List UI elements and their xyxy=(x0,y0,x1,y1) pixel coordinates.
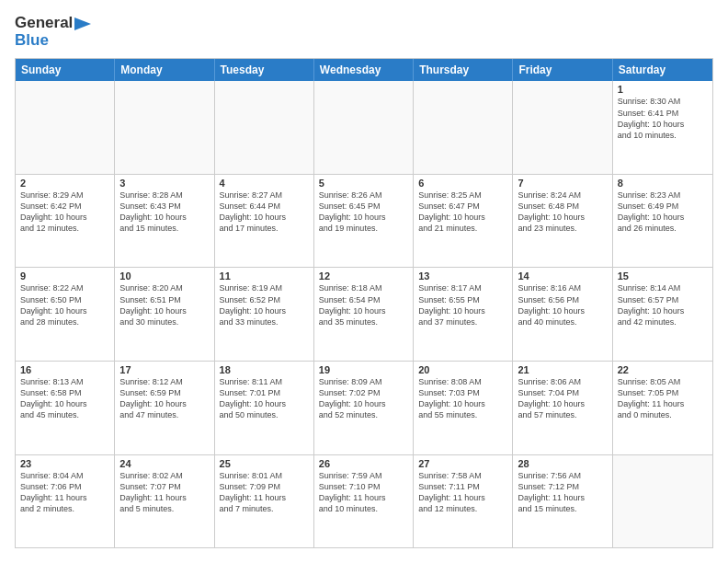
cell-info: Sunrise: 8:05 AM Sunset: 7:05 PM Dayligh… xyxy=(618,376,708,421)
logo-text: General Blue xyxy=(15,15,91,49)
calendar-cell: 27Sunrise: 7:58 AM Sunset: 7:11 PM Dayli… xyxy=(414,455,513,548)
cell-info: Sunrise: 7:59 AM Sunset: 7:10 PM Dayligh… xyxy=(319,470,408,515)
cell-info: Sunrise: 8:23 AM Sunset: 6:49 PM Dayligh… xyxy=(618,190,708,235)
calendar-cell: 12Sunrise: 8:18 AM Sunset: 6:54 PM Dayli… xyxy=(314,268,414,361)
day-number: 24 xyxy=(119,458,209,469)
page-header: General Blue xyxy=(15,15,713,49)
day-number: 5 xyxy=(319,178,408,189)
calendar-cell: 22Sunrise: 8:05 AM Sunset: 7:05 PM Dayli… xyxy=(613,362,712,454)
cell-info: Sunrise: 7:58 AM Sunset: 7:11 PM Dayligh… xyxy=(418,470,507,515)
calendar-cell: 19Sunrise: 8:09 AM Sunset: 7:02 PM Dayli… xyxy=(314,362,414,454)
day-number: 3 xyxy=(119,178,209,189)
calendar-cell: 6Sunrise: 8:25 AM Sunset: 6:47 PM Daylig… xyxy=(414,175,513,268)
cell-info: Sunrise: 8:19 AM Sunset: 6:52 PM Dayligh… xyxy=(220,282,309,327)
cell-info: Sunrise: 8:29 AM Sunset: 6:42 PM Dayligh… xyxy=(20,190,109,235)
calendar-cell: 28Sunrise: 7:56 AM Sunset: 7:12 PM Dayli… xyxy=(513,455,612,548)
calendar-cell: 13Sunrise: 8:17 AM Sunset: 6:55 PM Dayli… xyxy=(414,268,513,361)
day-number: 13 xyxy=(418,270,507,282)
day-number: 16 xyxy=(20,364,109,375)
weekday-header: Friday xyxy=(513,59,612,81)
calendar-cell: 16Sunrise: 8:13 AM Sunset: 6:58 PM Dayli… xyxy=(16,362,115,454)
cell-info: Sunrise: 7:56 AM Sunset: 7:12 PM Dayligh… xyxy=(518,470,607,515)
svg-marker-0 xyxy=(74,17,91,30)
calendar-cell: 8Sunrise: 8:23 AM Sunset: 6:49 PM Daylig… xyxy=(613,175,712,268)
day-number: 17 xyxy=(119,364,209,375)
calendar-row: 9Sunrise: 8:22 AM Sunset: 6:50 PM Daylig… xyxy=(16,268,712,362)
cell-info: Sunrise: 8:30 AM Sunset: 6:41 PM Dayligh… xyxy=(618,96,708,141)
calendar-row: 1Sunrise: 8:30 AM Sunset: 6:41 PM Daylig… xyxy=(16,81,712,175)
calendar-cell xyxy=(613,455,712,548)
cell-info: Sunrise: 8:28 AM Sunset: 6:43 PM Dayligh… xyxy=(119,190,209,235)
day-number: 22 xyxy=(618,364,708,375)
day-number: 7 xyxy=(518,178,607,189)
calendar-cell: 23Sunrise: 8:04 AM Sunset: 7:06 PM Dayli… xyxy=(16,455,115,548)
calendar-cell xyxy=(414,81,513,174)
weekday-header: Thursday xyxy=(414,59,513,81)
day-number: 8 xyxy=(618,178,708,189)
day-number: 4 xyxy=(220,178,309,189)
weekday-header: Wednesday xyxy=(314,59,414,81)
cell-info: Sunrise: 8:16 AM Sunset: 6:56 PM Dayligh… xyxy=(518,282,607,327)
cell-info: Sunrise: 8:11 AM Sunset: 7:01 PM Dayligh… xyxy=(220,376,309,421)
calendar-header: SundayMondayTuesdayWednesdayThursdayFrid… xyxy=(16,59,712,81)
day-number: 26 xyxy=(319,458,408,469)
calendar-cell: 18Sunrise: 8:11 AM Sunset: 7:01 PM Dayli… xyxy=(215,362,314,454)
day-number: 12 xyxy=(319,270,408,282)
cell-info: Sunrise: 8:25 AM Sunset: 6:47 PM Dayligh… xyxy=(418,190,507,235)
calendar-cell xyxy=(215,81,314,174)
calendar-cell: 20Sunrise: 8:08 AM Sunset: 7:03 PM Dayli… xyxy=(414,362,513,454)
weekday-header: Sunday xyxy=(16,59,115,81)
cell-info: Sunrise: 8:13 AM Sunset: 6:58 PM Dayligh… xyxy=(20,376,109,421)
logo: General Blue xyxy=(15,15,91,49)
cell-info: Sunrise: 8:14 AM Sunset: 6:57 PM Dayligh… xyxy=(618,282,708,327)
day-number: 27 xyxy=(418,458,507,469)
calendar-cell: 14Sunrise: 8:16 AM Sunset: 6:56 PM Dayli… xyxy=(513,268,612,361)
day-number: 18 xyxy=(220,364,309,375)
cell-info: Sunrise: 8:04 AM Sunset: 7:06 PM Dayligh… xyxy=(20,470,109,515)
calendar-cell xyxy=(115,81,214,174)
calendar-cell: 1Sunrise: 8:30 AM Sunset: 6:41 PM Daylig… xyxy=(613,81,712,174)
cell-info: Sunrise: 8:18 AM Sunset: 6:54 PM Dayligh… xyxy=(319,282,408,327)
cell-info: Sunrise: 8:01 AM Sunset: 7:09 PM Dayligh… xyxy=(220,470,309,515)
day-number: 11 xyxy=(220,270,309,282)
calendar-cell: 15Sunrise: 8:14 AM Sunset: 6:57 PM Dayli… xyxy=(613,268,712,361)
cell-info: Sunrise: 8:17 AM Sunset: 6:55 PM Dayligh… xyxy=(418,282,507,327)
calendar-cell: 17Sunrise: 8:12 AM Sunset: 6:59 PM Dayli… xyxy=(115,362,214,454)
day-number: 21 xyxy=(518,364,607,375)
calendar-cell xyxy=(16,81,115,174)
cell-info: Sunrise: 8:09 AM Sunset: 7:02 PM Dayligh… xyxy=(319,376,408,421)
day-number: 15 xyxy=(618,270,708,282)
day-number: 10 xyxy=(119,270,209,282)
cell-info: Sunrise: 8:06 AM Sunset: 7:04 PM Dayligh… xyxy=(518,376,607,421)
day-number: 6 xyxy=(418,178,507,189)
cell-info: Sunrise: 8:08 AM Sunset: 7:03 PM Dayligh… xyxy=(418,376,507,421)
calendar-cell xyxy=(314,81,414,174)
calendar-cell: 4Sunrise: 8:27 AM Sunset: 6:44 PM Daylig… xyxy=(215,175,314,268)
calendar-row: 16Sunrise: 8:13 AM Sunset: 6:58 PM Dayli… xyxy=(16,362,712,455)
calendar-body: 1Sunrise: 8:30 AM Sunset: 6:41 PM Daylig… xyxy=(16,81,712,547)
cell-info: Sunrise: 8:26 AM Sunset: 6:45 PM Dayligh… xyxy=(319,190,408,235)
day-number: 28 xyxy=(518,458,607,469)
cell-info: Sunrise: 8:27 AM Sunset: 6:44 PM Dayligh… xyxy=(220,190,309,235)
calendar: SundayMondayTuesdayWednesdayThursdayFrid… xyxy=(15,58,713,548)
calendar-cell xyxy=(513,81,612,174)
cell-info: Sunrise: 8:02 AM Sunset: 7:07 PM Dayligh… xyxy=(119,470,209,515)
day-number: 14 xyxy=(518,270,607,282)
calendar-cell: 3Sunrise: 8:28 AM Sunset: 6:43 PM Daylig… xyxy=(115,175,214,268)
calendar-cell: 21Sunrise: 8:06 AM Sunset: 7:04 PM Dayli… xyxy=(513,362,612,454)
cell-info: Sunrise: 8:22 AM Sunset: 6:50 PM Dayligh… xyxy=(20,282,109,327)
weekday-header: Saturday xyxy=(613,59,712,81)
calendar-row: 23Sunrise: 8:04 AM Sunset: 7:06 PM Dayli… xyxy=(16,455,712,548)
weekday-header: Monday xyxy=(115,59,214,81)
calendar-cell: 5Sunrise: 8:26 AM Sunset: 6:45 PM Daylig… xyxy=(314,175,414,268)
cell-info: Sunrise: 8:12 AM Sunset: 6:59 PM Dayligh… xyxy=(119,376,209,421)
day-number: 2 xyxy=(20,178,109,189)
calendar-cell: 7Sunrise: 8:24 AM Sunset: 6:48 PM Daylig… xyxy=(513,175,612,268)
calendar-cell: 26Sunrise: 7:59 AM Sunset: 7:10 PM Dayli… xyxy=(314,455,414,548)
calendar-cell: 10Sunrise: 8:20 AM Sunset: 6:51 PM Dayli… xyxy=(115,268,214,361)
calendar-cell: 11Sunrise: 8:19 AM Sunset: 6:52 PM Dayli… xyxy=(215,268,314,361)
calendar-cell: 9Sunrise: 8:22 AM Sunset: 6:50 PM Daylig… xyxy=(16,268,115,361)
day-number: 20 xyxy=(418,364,507,375)
day-number: 9 xyxy=(20,270,109,282)
day-number: 23 xyxy=(20,458,109,469)
